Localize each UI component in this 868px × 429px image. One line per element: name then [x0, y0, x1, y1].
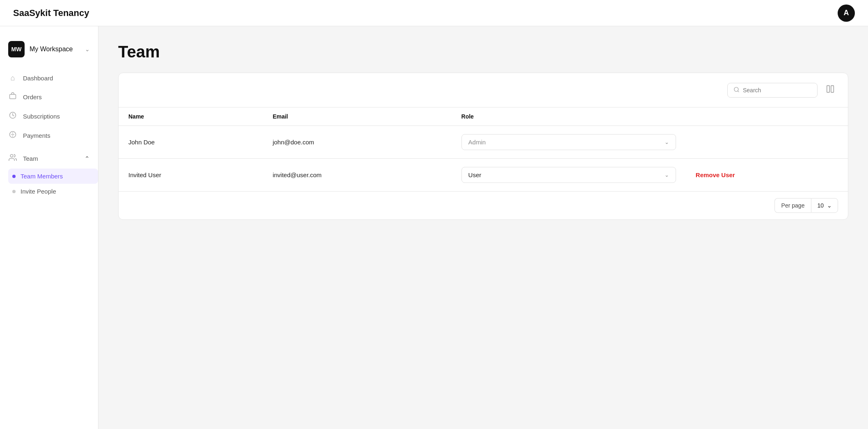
col-header-actions [686, 107, 848, 126]
layout: MW My Workspace ⌄ ⌂ Dashboard Orders [0, 26, 868, 429]
per-page-chevron-icon: ⌄ [827, 202, 832, 209]
payments-icon [8, 131, 17, 140]
col-header-role: Role [452, 107, 686, 126]
sidebar-item-label: Subscriptions [23, 113, 60, 120]
workspace-logo: MW [8, 41, 25, 57]
remove-user-button[interactable]: Remove User [696, 171, 735, 178]
cell-role: Admin⌄ [452, 126, 686, 159]
app-title: SaaSykit Tenancy [13, 8, 89, 18]
sidebar-item-label: Orders [23, 94, 42, 100]
per-page-select[interactable]: 10 ⌄ [811, 198, 838, 213]
sidebar-item-label: Dashboard [23, 75, 53, 82]
search-input-wrap[interactable] [727, 83, 818, 98]
role-dropdown: Admin⌄ [461, 134, 676, 150]
cell-action [686, 126, 848, 159]
chevron-down-icon: ⌄ [85, 46, 90, 52]
team-sub-items: Team Members Invite People [0, 169, 98, 199]
cell-role: User⌄ [452, 159, 686, 192]
sidebar-subitem-label: Invite People [21, 188, 56, 195]
team-icon [8, 153, 17, 164]
columns-toggle-button[interactable] [822, 81, 838, 99]
svg-line-5 [738, 91, 739, 92]
top-nav: SaaSykit Tenancy A [0, 0, 868, 26]
sidebar-item-invite-people[interactable]: Invite People [8, 184, 98, 199]
role-dropdown[interactable]: User⌄ [461, 167, 676, 183]
per-page-value: 10 [817, 202, 824, 209]
sidebar-item-subscriptions[interactable]: Subscriptions [0, 107, 98, 126]
cell-email: john@doe.com [263, 126, 452, 159]
sidebar-item-label: Payments [23, 132, 50, 139]
table-row: John Doejohn@doe.comAdmin⌄ [119, 126, 848, 159]
role-value: Admin [468, 139, 486, 146]
cell-name: Invited User [119, 159, 263, 192]
table-toolbar [119, 73, 848, 107]
main-content: Team [98, 26, 868, 429]
subscriptions-icon [8, 112, 17, 121]
col-header-name: Name [119, 107, 263, 126]
cell-action: Remove User [686, 159, 848, 192]
sidebar-item-team-members[interactable]: Team Members [8, 169, 98, 184]
table-footer: Per page 10 ⌄ [119, 191, 848, 219]
workspace-selector[interactable]: MW My Workspace ⌄ [0, 36, 98, 62]
role-value: User [468, 171, 482, 178]
orders-icon [8, 92, 17, 102]
team-table: Name Email Role John Doejohn@doe.comAdmi… [119, 107, 848, 191]
sidebar-subitem-label: Team Members [21, 173, 63, 180]
svg-rect-6 [827, 86, 829, 93]
table-row: Invited Userinvited@user.comUser⌄Remove … [119, 159, 848, 192]
page-title: Team [118, 43, 848, 61]
search-icon [733, 87, 740, 94]
avatar[interactable]: A [838, 5, 855, 22]
team-group-label: Team [23, 155, 79, 162]
team-table-card: Name Email Role John Doejohn@doe.comAdmi… [118, 73, 848, 220]
sidebar-item-payments[interactable]: Payments [0, 126, 98, 145]
table-header-row: Name Email Role [119, 107, 848, 126]
svg-point-3 [10, 155, 13, 157]
chevron-down-icon: ⌄ [665, 139, 669, 145]
nav-section-team: Team ⌃ Team Members Invite People [0, 148, 98, 199]
active-dot [12, 175, 16, 178]
home-icon: ⌂ [8, 74, 17, 82]
per-page-label: Per page [774, 198, 811, 213]
sidebar-team-group[interactable]: Team ⌃ [0, 148, 98, 169]
chevron-up-icon: ⌃ [85, 155, 90, 162]
table-body: John Doejohn@doe.comAdmin⌄Invited Userin… [119, 126, 848, 192]
svg-rect-0 [10, 94, 16, 99]
col-header-email: Email [263, 107, 452, 126]
chevron-down-icon: ⌄ [665, 172, 669, 178]
workspace-name: My Workspace [30, 46, 80, 53]
search-input[interactable] [743, 87, 811, 94]
sidebar-item-dashboard[interactable]: ⌂ Dashboard [0, 69, 98, 87]
sidebar-item-orders[interactable]: Orders [0, 87, 98, 107]
inactive-dot [12, 190, 16, 193]
sidebar: MW My Workspace ⌄ ⌂ Dashboard Orders [0, 26, 98, 429]
svg-rect-7 [831, 86, 834, 93]
nav-section-main: ⌂ Dashboard Orders [0, 69, 98, 145]
cell-name: John Doe [119, 126, 263, 159]
cell-email: invited@user.com [263, 159, 452, 192]
